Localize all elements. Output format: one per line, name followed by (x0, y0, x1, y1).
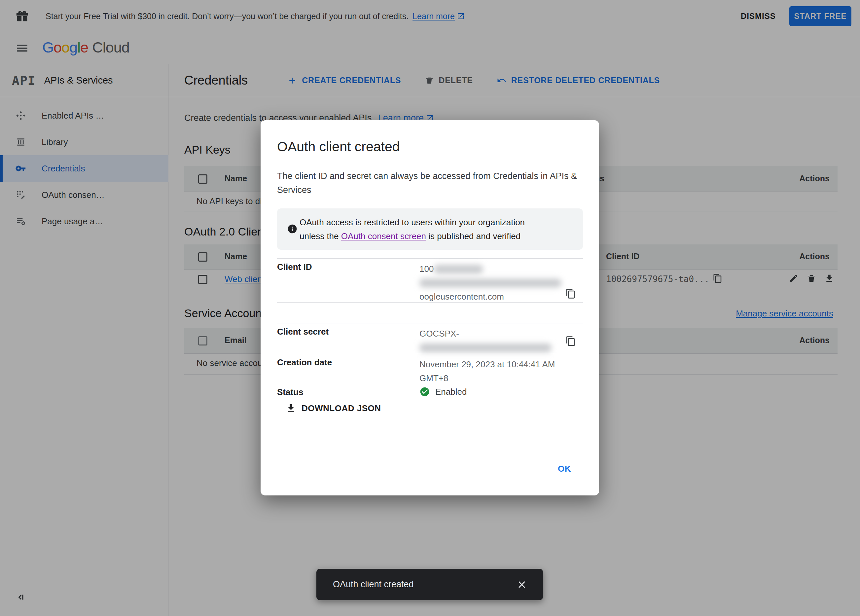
redacted-text (419, 344, 552, 352)
toast: OAuth client created (316, 569, 543, 600)
google-cloud-console: Start your Free Trial with $300 in credi… (0, 0, 860, 616)
client-id-value: 100 oogleusercontent.com (419, 262, 574, 303)
divider (277, 399, 583, 399)
dialog-description: The client ID and secret can always be a… (277, 169, 578, 197)
client-id-label: Client ID (277, 262, 312, 272)
divider (277, 384, 583, 384)
oauth-client-created-dialog: OAuth client created The client ID and s… (261, 120, 599, 495)
download-icon (286, 403, 296, 413)
status-label: Status (277, 387, 303, 398)
dialog-title: OAuth client created (277, 139, 400, 155)
oauth-consent-screen-link[interactable]: OAuth consent screen (341, 231, 426, 241)
download-json-button[interactable]: DOWNLOAD JSON (286, 403, 381, 413)
status-value: Enabled (419, 387, 467, 397)
redacted-text (434, 265, 483, 273)
creation-date-label: Creation date (277, 357, 332, 368)
toast-message: OAuth client created (333, 579, 515, 589)
divider (277, 302, 583, 303)
client-secret-label: Client secret (277, 327, 329, 337)
info-banner: OAuth access is restricted to users with… (277, 208, 583, 250)
creation-date-value: November 29, 2023 at 10:44:41 AM GMT+8 (419, 357, 574, 385)
client-secret-value: GOCSPX- (419, 327, 574, 354)
info-icon (287, 224, 298, 234)
ok-button[interactable]: OK (558, 464, 571, 474)
check-circle-icon (419, 387, 430, 397)
info-text: OAuth access is restricted to users with… (300, 215, 525, 243)
copy-client-secret-icon[interactable] (565, 336, 576, 347)
redacted-text (419, 279, 562, 288)
divider (277, 258, 583, 259)
copy-client-id-icon[interactable] (565, 288, 576, 299)
close-icon[interactable] (515, 578, 529, 591)
